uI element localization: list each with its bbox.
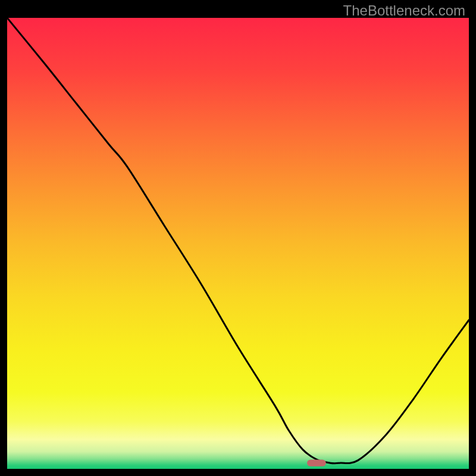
chart-container: TheBottleneck.com: [0, 0, 476, 476]
chart-svg: [7, 18, 469, 469]
gradient-background: [7, 18, 469, 469]
plot-area: [7, 18, 469, 469]
optimal-marker: [307, 459, 326, 466]
watermark-text: TheBottleneck.com: [343, 2, 465, 19]
